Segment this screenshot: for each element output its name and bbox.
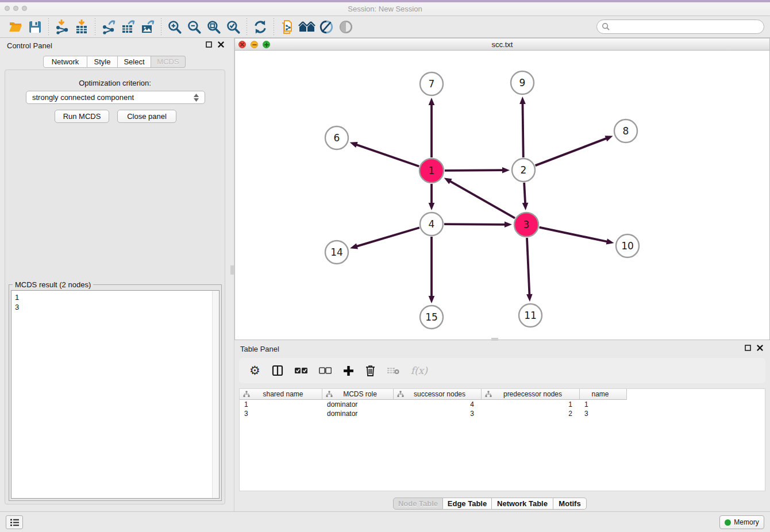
function-icon[interactable]: f(x) [411, 365, 428, 376]
network-graph-canvas[interactable]: 7968124314101511 [235, 51, 769, 340]
table-cell[interactable]: 1 [240, 400, 322, 409]
network-window-titlebar[interactable]: scc.txt [235, 38, 769, 51]
float-panel-icon[interactable] [745, 345, 751, 351]
edge-arrowhead [606, 238, 614, 244]
columns-icon[interactable] [272, 365, 283, 376]
zoom-selected-icon[interactable] [224, 18, 243, 36]
gear-icon[interactable]: ⚙ [249, 364, 260, 377]
vertical-splitter[interactable] [230, 38, 234, 511]
graph-edge-1-6[interactable] [355, 144, 419, 166]
style-toggle-icon[interactable] [317, 18, 336, 36]
tab-node-table[interactable]: Node Table [393, 498, 443, 510]
graph-edge-2-3[interactable] [524, 183, 525, 205]
mcds-result-lines: 13 [15, 292, 215, 312]
result-line: 3 [15, 302, 215, 312]
table-row[interactable]: 3dominator323 [240, 409, 765, 418]
add-icon[interactable] [343, 365, 354, 376]
import-network-icon[interactable] [52, 18, 72, 36]
table-cell[interactable]: 1 [482, 400, 580, 409]
table-cell[interactable]: dominator [322, 400, 394, 409]
table-cell[interactable]: 1 [580, 400, 627, 409]
export-table-icon[interactable] [118, 18, 138, 36]
optimization-criterion-label: Optimization criterion: [5, 79, 225, 87]
hierarchy-icon [243, 391, 250, 398]
float-panel-icon[interactable] [206, 41, 212, 48]
column-header-predecessor-nodes[interactable]: predecessor nodes [482, 389, 580, 400]
edge-arrowhead [526, 294, 533, 302]
zoom-in-icon[interactable] [165, 18, 184, 36]
refresh-icon[interactable] [251, 18, 270, 36]
zoom-out-icon[interactable] [184, 18, 204, 36]
column-header-name[interactable]: name [580, 389, 627, 400]
visibility-icon[interactable] [336, 18, 356, 36]
graph-edge-3-1[interactable] [449, 180, 515, 218]
mcds-result-textarea[interactable]: 13 [11, 290, 220, 499]
table-cell[interactable]: 3 [240, 409, 322, 418]
tab-select[interactable]: Select [118, 56, 151, 68]
duplicate-network-icon[interactable] [278, 18, 297, 36]
memory-button[interactable]: Memory [719, 515, 764, 529]
graph-edge-3-10[interactable] [540, 228, 609, 242]
optimization-criterion-select[interactable]: strongly connected component [26, 91, 205, 104]
graph-edge-2-8[interactable] [536, 138, 608, 165]
unselect-all-icon[interactable] [319, 367, 332, 374]
save-session-icon[interactable] [25, 18, 45, 36]
close-panel-icon[interactable] [218, 41, 224, 48]
node-label: 7 [429, 78, 435, 90]
table-cell[interactable]: 4 [394, 400, 482, 409]
node-label: 2 [521, 164, 527, 176]
close-panel-icon[interactable] [757, 345, 763, 351]
window-title: Session: New Session [0, 5, 770, 13]
search-input[interactable] [613, 23, 759, 31]
horizontal-splitter-handle[interactable] [491, 338, 498, 341]
export-network-icon[interactable] [99, 18, 118, 36]
search-box[interactable] [596, 20, 764, 34]
toolbar-separator [274, 18, 274, 36]
zoom-fit-icon[interactable] [204, 18, 224, 36]
table-cell[interactable]: 3 [580, 409, 627, 418]
network-view-title: scc.txt [235, 40, 769, 49]
run-mcds-button[interactable]: Run MCDS [55, 110, 109, 123]
close-panel-button[interactable]: Close panel [117, 110, 176, 123]
column-header-successor-nodes[interactable]: successor nodes [394, 389, 482, 400]
tab-edge-table[interactable]: Edge Table [443, 498, 492, 510]
node-table[interactable]: shared nameMCDS rolesuccessor nodesprede… [239, 388, 765, 491]
tab-motifs[interactable]: Motifs [553, 498, 587, 510]
column-header-shared-name[interactable]: shared name [240, 389, 322, 400]
splitter-handle[interactable] [230, 265, 234, 275]
table-cell[interactable]: 3 [394, 409, 482, 418]
node-label: 8 [623, 125, 629, 137]
task-history-button[interactable] [6, 515, 23, 529]
titlebar: Session: New Session [0, 0, 770, 16]
graph-edge-4-3[interactable] [444, 224, 506, 225]
tab-mcds[interactable]: MCDS [151, 56, 186, 68]
graph-edge-4-14[interactable] [356, 228, 419, 246]
export-image-icon[interactable] [138, 18, 157, 36]
memory-status-dot [725, 519, 731, 526]
network-view-window: scc.txt 7968124314101511 [234, 38, 770, 340]
node-label: 11 [524, 310, 537, 321]
table-cell[interactable]: dominator [322, 409, 394, 418]
select-all-icon[interactable] [295, 367, 307, 374]
column-header-MCDS-role[interactable]: MCDS role [322, 389, 394, 400]
tab-network[interactable]: Network [43, 56, 87, 68]
application-window: Session: New Session [0, 0, 770, 532]
graph-edge-3-11[interactable] [527, 238, 529, 296]
table-cell[interactable]: 2 [482, 409, 580, 418]
tab-network-table[interactable]: Network Table [492, 498, 553, 510]
table-row[interactable]: 1dominator411 [240, 400, 765, 409]
result-scrollbar[interactable] [212, 291, 219, 498]
tab-style[interactable]: Style [87, 56, 118, 68]
control-panel: Control Panel NetworkStyleSelectMCDS Opt… [0, 38, 230, 511]
open-session-icon[interactable] [6, 18, 25, 36]
graph-edge-2-9[interactable] [522, 102, 523, 157]
delete-column-icon[interactable] [387, 367, 399, 375]
column-label: successor nodes [404, 390, 481, 398]
control-panel-tabs: NetworkStyleSelectMCDS [43, 56, 186, 68]
delete-icon[interactable] [365, 365, 375, 376]
home-icon[interactable] [297, 18, 317, 36]
import-table-icon[interactable] [72, 18, 91, 36]
graph-edge-1-2[interactable] [445, 170, 504, 171]
table-header-row: shared nameMCDS rolesuccessor nodesprede… [240, 389, 765, 400]
node-label: 1 [429, 165, 435, 176]
